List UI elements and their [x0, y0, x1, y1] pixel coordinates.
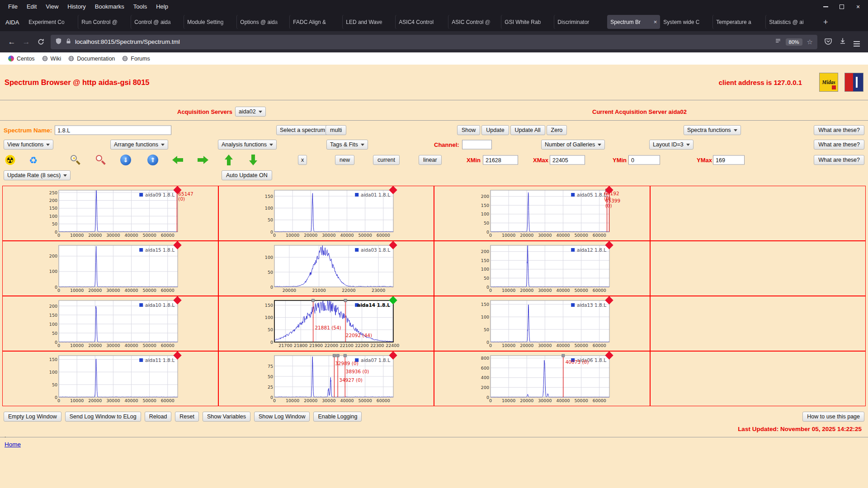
show-button[interactable]: Show: [457, 125, 480, 135]
empty-log-window-button[interactable]: Empty Log Window: [4, 412, 61, 422]
home-link[interactable]: Home: [5, 441, 21, 448]
show-log-window-button[interactable]: Show Log Window: [254, 412, 310, 422]
spectrum-cell-aida14[interactable]: 0501001502170021800219002200022100222002…: [218, 296, 434, 351]
zoom-out-magnifier-icon[interactable]: [95, 155, 106, 165]
view-functions-dropdown[interactable]: View functions: [4, 140, 53, 150]
linear-button[interactable]: linear: [419, 155, 442, 165]
tab-asic-control[interactable]: ASIC Control @: [448, 15, 501, 29]
compress-y-icon[interactable]: ⇓: [120, 155, 131, 165]
spectrum-cell-aida06[interactable]: 0200400600800010000200003000040000500006…: [434, 351, 650, 406]
channel-input[interactable]: [462, 140, 492, 150]
shift-up-icon[interactable]: [225, 155, 233, 165]
tab-system-wide-c[interactable]: System wide C: [660, 15, 713, 29]
spectrum-cell-aida07[interactable]: 02550750100002000030000400005000060000ai…: [218, 351, 434, 406]
site-info-lock-icon[interactable]: [66, 38, 71, 46]
spectrum-cell-aida10[interactable]: 0501001502000100002000030000400005000060…: [2, 296, 218, 351]
xmax-input[interactable]: [550, 155, 585, 165]
url-bar[interactable]: localhost:8015/Spectrum/Spectrum.tml 80%…: [51, 35, 817, 49]
spectrum-cell-aida09[interactable]: 0501001502002500100002000030000400005000…: [2, 186, 218, 241]
acquisition-server-select[interactable]: aida02: [235, 107, 266, 117]
spectra-functions-dropdown[interactable]: Spectra functions: [684, 125, 741, 135]
menu-edit[interactable]: Edit: [22, 2, 41, 11]
downloads-icon[interactable]: [839, 38, 846, 47]
reload-button[interactable]: Reload: [145, 412, 172, 422]
enable-logging-button[interactable]: Enable Logging: [313, 412, 362, 422]
forward-button[interactable]: →: [19, 35, 33, 49]
ymax-input[interactable]: [713, 155, 745, 165]
arrange-functions-dropdown[interactable]: Arrange functions: [110, 140, 168, 150]
spectrum-name-input[interactable]: [55, 126, 171, 135]
spectrum-cell-aida13[interactable]: 0501001500100002000030000400005000060000…: [434, 296, 650, 351]
reload-button[interactable]: [33, 35, 48, 49]
number-of-galleries-dropdown[interactable]: Number of Galleries: [541, 140, 605, 150]
menu-file[interactable]: File: [4, 2, 22, 11]
maximize-button[interactable]: [838, 3, 845, 10]
what-are-these-button-2[interactable]: What are these?: [814, 140, 864, 150]
zero-button[interactable]: Zero: [547, 125, 567, 135]
tab-run-control[interactable]: Run Control @: [78, 15, 131, 29]
tab-options-aida[interactable]: Options @ aida: [237, 15, 290, 29]
expand-y-icon[interactable]: ⇑: [147, 155, 158, 165]
tab-module-setting[interactable]: Module Setting: [184, 15, 237, 29]
reset-button[interactable]: Reset: [175, 412, 199, 422]
tab-gsi-white-rab[interactable]: GSI White Rab: [501, 15, 554, 29]
ymin-input[interactable]: [628, 155, 660, 165]
spectrum-cell-aida15[interactable]: 01002000100002000030000400005000060000ai…: [2, 241, 218, 296]
menu-history[interactable]: History: [63, 2, 90, 11]
tab-led-and-wave[interactable]: LED and Wave: [343, 15, 396, 29]
menu-hamburger-icon[interactable]: [854, 38, 860, 46]
multi-button[interactable]: multi: [326, 125, 346, 135]
update-button[interactable]: Update: [481, 125, 509, 135]
tab-discriminator[interactable]: Discriminator: [554, 15, 607, 29]
tab-fadc-align[interactable]: FADC Align &: [290, 15, 343, 29]
back-button[interactable]: ←: [5, 35, 19, 49]
current-button[interactable]: current: [373, 155, 400, 165]
menu-bookmarks[interactable]: Bookmarks: [90, 2, 129, 11]
tab-spectrum-br[interactable]: Spectrum Br×: [607, 15, 660, 29]
xmin-input[interactable]: [483, 155, 518, 165]
how-to-button[interactable]: How to use this page: [802, 412, 864, 422]
update-all-button[interactable]: Update All: [510, 125, 545, 135]
send-log-window-to-elog-button[interactable]: Send Log Window to ELog: [65, 412, 141, 422]
layout-id-dropdown[interactable]: Layout ID=3: [649, 140, 693, 150]
menu-tools[interactable]: Tools: [129, 2, 151, 11]
what-are-these-button-3[interactable]: What are these?: [814, 155, 864, 165]
tab-experiment-co[interactable]: Experiment Co: [25, 15, 78, 29]
auto-update-button[interactable]: Auto Update ON: [222, 170, 272, 180]
bookmark-forums[interactable]: Forums: [118, 55, 153, 63]
reader-mode-icon[interactable]: [775, 38, 781, 46]
zoom-in-magnifier-icon[interactable]: ★: [70, 155, 81, 165]
bookmark-documentation[interactable]: Documentation: [65, 55, 118, 63]
pocket-icon[interactable]: [825, 38, 832, 47]
tab-control-aida[interactable]: Control @ aida: [131, 15, 184, 29]
bookmark-wiki[interactable]: Wiki: [38, 55, 65, 63]
tags-fits-dropdown[interactable]: Tags & Fits: [326, 140, 368, 150]
new-button[interactable]: new: [335, 155, 354, 165]
menu-view[interactable]: View: [41, 2, 63, 11]
spectrum-cell-aida12[interactable]: 0501001502000100002000030000400005000060…: [434, 241, 650, 296]
tab-asic4-control[interactable]: ASIC4 Control: [396, 15, 448, 29]
analysis-functions-dropdown[interactable]: Analysis functions: [218, 140, 277, 150]
shift-right-icon[interactable]: [198, 156, 208, 164]
update-rate-dropdown[interactable]: Update Rate (8 secs): [4, 170, 71, 180]
tab-statistics-ai[interactable]: Statistics @ ai: [766, 15, 819, 29]
radiation-icon[interactable]: ☢: [5, 155, 16, 166]
zoom-indicator[interactable]: 80%: [786, 38, 802, 46]
spectrum-cell-aida01[interactable]: 0501001500100002000030000400005000060000…: [218, 186, 434, 241]
bookmark-centos[interactable]: Centos: [5, 55, 38, 63]
close-tab-icon[interactable]: ×: [652, 19, 657, 25]
new-tab-button[interactable]: +: [819, 15, 832, 29]
shield-icon[interactable]: [55, 38, 62, 47]
spectrum-cell-aida05[interactable]: 0501001502000100002000030000400005000060…: [434, 186, 650, 241]
shift-down-icon[interactable]: [249, 155, 257, 165]
tab-temperature-a[interactable]: Temperature a: [713, 15, 766, 29]
water-refresh-icon[interactable]: ♻: [29, 155, 38, 165]
shift-left-icon[interactable]: [172, 156, 183, 164]
menu-help[interactable]: Help: [151, 2, 173, 11]
spectrum-cell-aida11[interactable]: 0501001500100002000030000400005000060000…: [2, 351, 218, 406]
bookmark-star-icon[interactable]: ☆: [807, 38, 813, 46]
what-are-these-button-1[interactable]: What are these?: [814, 125, 864, 135]
x-button[interactable]: x: [298, 155, 307, 165]
minimize-button[interactable]: [822, 3, 829, 10]
show-variables-button[interactable]: Show Variables: [203, 412, 250, 422]
